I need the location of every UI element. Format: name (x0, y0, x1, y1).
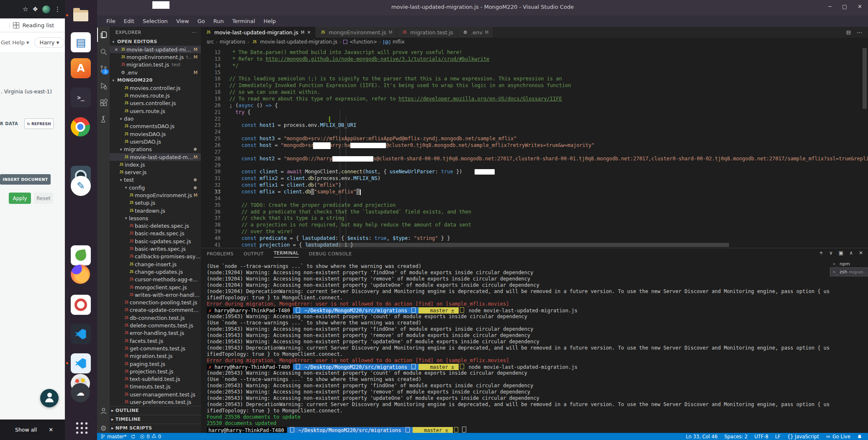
menu-file[interactable]: File (102, 18, 120, 24)
breadcrumb[interactable]: src›migrations›JSmovie-last-updated-migr… (201, 38, 868, 46)
tree-file-mongoenvironment-js[interactable]: JSmongoEnvironment.jsM (110, 191, 201, 199)
apply-button[interactable]: Apply (9, 193, 31, 204)
go-live-button[interactable]: Go Live (826, 434, 850, 440)
debug-icon[interactable] (97, 79, 110, 93)
sync-icon[interactable] (131, 434, 136, 439)
tree-file-basic-writes-spec-js[interactable]: JSbasic-writes.spec.js (110, 245, 201, 252)
eol-status[interactable]: LF (775, 434, 781, 440)
tree-file-change-updates-js[interactable]: JSchange-updates.js (110, 268, 201, 275)
tree-file-error-handling-test-js[interactable]: JSerror-handling.test.js (110, 329, 201, 337)
encoding-status[interactable]: UTF-8 (754, 434, 768, 440)
terminal-dropdown-icon[interactable]: ∨ (829, 250, 833, 256)
dock-files-icon[interactable] (71, 5, 91, 26)
terminal-instance-zsh[interactable]: >_zshmigrati... (830, 268, 868, 276)
section-outline[interactable]: ▸OUTLINE (110, 406, 201, 415)
tree-file-teardown-js[interactable]: JSteardown.js (110, 207, 201, 214)
editor-vertical-scrollbar[interactable] (863, 48, 867, 109)
tree-file-commentsdao-js[interactable]: JScommentsDAO.js (110, 123, 201, 130)
tree-file-moviesdao-js[interactable]: JSmoviesDAO.js (110, 130, 201, 138)
cursor-position-status[interactable]: Ln 33, Col 46 (686, 434, 718, 440)
tree-folder-migrations[interactable]: ▾migrations (110, 146, 201, 153)
maximize-button[interactable]: ▢ (842, 3, 847, 10)
menu-view[interactable]: View (172, 18, 193, 24)
tree-file-server-js[interactable]: JSserver.js (110, 168, 201, 176)
menu-selection[interactable]: Selection (139, 18, 172, 24)
tree-file-user-management-test-js[interactable]: JSuser-management.test.js (110, 391, 201, 398)
minimize-button[interactable]: ─ (828, 3, 832, 10)
tree-file-connection-pooling-test-js[interactable]: JSconnection-pooling.test.js (110, 299, 201, 306)
dock-terminal-icon[interactable]: >_ (71, 87, 91, 108)
tree-folder-test[interactable]: ▾test (110, 176, 201, 184)
dock-ubuntu-software-icon[interactable]: A (71, 58, 91, 78)
tree-file-paging-test-js[interactable]: JSpaging.test.js (110, 360, 201, 368)
dock-firefox-icon[interactable] (71, 265, 90, 284)
reset-button[interactable]: Reset (34, 193, 53, 204)
close-icon[interactable]: ✕ (49, 427, 53, 433)
account-icon[interactable] (97, 404, 110, 418)
open-editors-header[interactable]: ▾OPEN EDITORS (110, 38, 201, 46)
titlebar[interactable]: movie-last-updated-migration.js - MongoM… (97, 0, 868, 15)
menu-run[interactable]: Run (209, 18, 228, 24)
split-editor-icon[interactable]: ⊟ (846, 29, 851, 36)
close-icon[interactable]: ✕ (307, 30, 311, 35)
notifications-bell-icon[interactable] (857, 434, 862, 439)
more-actions-icon[interactable]: ⋯ (857, 29, 862, 36)
tree-file-basic-updates-spec-js[interactable]: JSbasic-updates.spec.js (110, 237, 201, 245)
tree-file-movie-last-updated-migrat-[interactable]: JSmovie-last-updated-migrat...M (110, 153, 201, 161)
tree-file-cursor-methods-agg-equivalent-[interactable]: JScursor-methods-agg-equivalent... (110, 276, 201, 283)
panel-tab-problems[interactable]: PROBLEMS (207, 251, 234, 257)
panel-tab-terminal[interactable]: TERMINAL (274, 250, 299, 257)
account-menu[interactable]: Harry ▾ (34, 37, 65, 48)
open-editor-item[interactable]: JSmongoEnvironment.jst...M (110, 53, 201, 61)
tab-movie-last-updated-migration-js[interactable]: JSmovie-last-updated-migration.jsM✕ (201, 27, 316, 38)
terminal-output[interactable]: (Use `node --trace-warnings ...` to show… (207, 263, 829, 433)
tree-file-user-preferences-test-js[interactable]: JSuser-preferences.test.js (110, 398, 201, 406)
problems-status[interactable]: 0 0 (140, 433, 161, 440)
tree-file-facets-test-js[interactable]: JSfacets.test.js (110, 337, 201, 345)
tree-folder-config[interactable]: ▾config (110, 184, 201, 191)
tree-file-basic-deletes-spec-js[interactable]: JSbasic-deletes.spec.js (110, 222, 201, 230)
tree-folder-lessons[interactable]: ▾lessons (110, 214, 201, 222)
dock-vscode-active-icon[interactable] (71, 353, 91, 373)
tree-file-delete-comments-test-js[interactable]: JSdelete-comments.test.js (110, 322, 201, 329)
tree-file-writes-with-error-handling-spec-js[interactable]: JSwrites-with-error-handling.spec.js (110, 291, 201, 298)
breadcrumb-item[interactable]: movie-last-updated-migration.js (260, 39, 337, 45)
close-panel-icon[interactable]: ✕ (859, 250, 863, 256)
code-editor[interactable]: 12 * The Date.parse() method build into … (201, 46, 868, 248)
tree-file-index-js[interactable]: JSindex.js (110, 161, 201, 168)
tree-file-usersdao-js[interactable]: JSusersDAO.js (110, 138, 201, 145)
section-npm-scripts[interactable]: ▸NPM SCRIPTS (110, 424, 201, 432)
language-mode-status[interactable]: {} JavaScript (787, 434, 819, 440)
tab--env[interactable]: ⚙.envM (458, 27, 493, 38)
breadcrumb-item[interactable]: src (207, 39, 214, 45)
tree-file-db-connection-test-js[interactable]: JSdb-connection.test.js (110, 314, 201, 322)
tree-file-projection-test-js[interactable]: JSprojection.test.js (110, 368, 201, 375)
tab-migration-test-js[interactable]: JSmigration.test.js (397, 27, 457, 38)
tree-file-text-subfield-test-js[interactable]: JStext-subfield.test.js (110, 375, 201, 383)
open-editor-item[interactable]: JSmigration.test.jstest (110, 61, 201, 69)
tree-file-basic-reads-spec-js[interactable]: JSbasic-reads.spec.js (110, 230, 201, 237)
tree-folder-dao[interactable]: ▾dao (110, 115, 201, 122)
dock-text-editor-icon[interactable]: ✎ (71, 176, 91, 196)
refresh-button[interactable]: ↻REFRESH (24, 118, 54, 129)
reading-list-label[interactable]: Reading list (22, 22, 54, 28)
extensions-icon[interactable] (97, 95, 110, 110)
tree-file-get-comments-test-js[interactable]: JSget-comments.test.js (110, 345, 201, 352)
search-icon[interactable] (97, 45, 110, 59)
tree-file-callbacks-promises-async-spec-js[interactable]: JScallbacks-promises-async.spec.js (110, 253, 201, 260)
get-help-menu[interactable]: Get Help ▾ (1, 39, 29, 46)
tree-file-change-insert-js[interactable]: JSchange-insert.js (110, 260, 201, 268)
dock-discord-icon[interactable]: ☁ (71, 383, 90, 402)
indentation-status[interactable]: Spaces: 2 (724, 434, 748, 440)
panel-tab-debug-console[interactable]: DEBUG CONSOLE (309, 251, 352, 257)
browser-avatar[interactable] (42, 5, 50, 13)
tab-mongoenvironment-js[interactable]: JSmongoEnvironment.jsM (316, 27, 397, 38)
menu-edit[interactable]: Edit (120, 18, 139, 24)
tree-file-timeouts-test-js[interactable]: JStimeouts.test.js (110, 383, 201, 391)
tree-file-users-route-js[interactable]: JSusers.route.js (110, 107, 201, 115)
tree-file-setup-js[interactable]: JSsetup.js (110, 199, 201, 207)
menu-go[interactable]: Go (193, 18, 209, 24)
explorer-more-icon[interactable]: ⋯ (192, 30, 197, 35)
maximize-panel-icon[interactable]: ∧ (849, 250, 853, 256)
kebab-menu-icon[interactable]: ⋮ (54, 6, 61, 13)
